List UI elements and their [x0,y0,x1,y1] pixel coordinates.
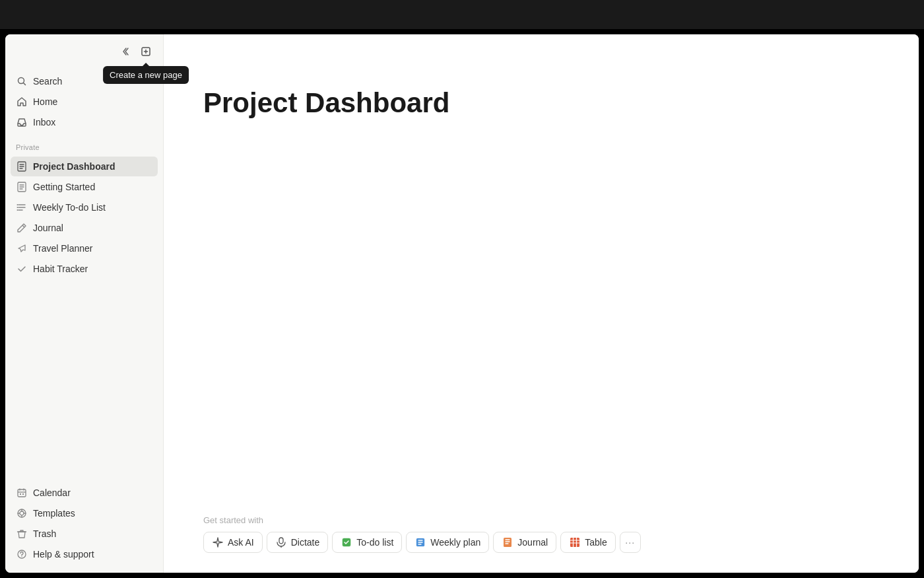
check-icon [16,263,28,275]
svg-point-11 [20,511,24,515]
sidebar-item-label-templates: Templates [33,508,75,519]
weekly-plan-label: Weekly plan [430,537,480,548]
sparkle-icon [212,536,224,548]
inbox-icon [16,116,28,128]
table-icon [569,536,581,548]
svg-rect-17 [504,538,512,547]
collapse-sidebar-button[interactable] [116,42,134,61]
home-icon [16,96,28,108]
sidebar-item-getting-started[interactable]: Getting Started [11,177,158,197]
get-started-label: Get started with [203,515,879,525]
section-private-label: Private [5,135,163,154]
sidebar-item-trash[interactable]: Trash [11,524,158,544]
sidebar: Create a new page Search [5,34,164,573]
sidebar-item-label-travel-planner: Travel Planner [33,243,93,254]
svg-rect-7 [18,489,26,497]
new-page-button[interactable] [137,42,155,61]
calendar-icon [16,487,28,499]
doc-icon-project [16,161,28,172]
bottom-toolbar-area: Get started with Ask AI [164,502,919,573]
sidebar-bottom: Calendar Templates [5,480,163,573]
sidebar-nav: Search Home [5,69,163,135]
main-area: Create a new page Search [5,34,919,573]
sidebar-item-travel-planner[interactable]: Travel Planner [11,238,158,258]
svg-point-5 [17,207,18,208]
search-icon [16,75,28,87]
more-icon: ··· [625,537,635,548]
table-button[interactable]: Table [560,532,615,553]
help-icon [16,548,28,560]
sidebar-item-templates[interactable]: Templates [11,503,158,523]
sidebar-item-label-journal: Journal [33,223,63,233]
ask-ai-label: Ask AI [228,537,254,548]
checkbox-icon [341,536,352,548]
svg-rect-8 [20,493,21,495]
quick-actions-bar: Ask AI Dictate [203,532,879,553]
svg-point-6 [17,209,18,211]
weekly-plan-icon [414,536,426,548]
page-body: Project Dashboard [164,34,919,502]
top-bar [0,0,924,29]
svg-rect-18 [570,538,579,547]
sidebar-item-label-search: Search [33,76,62,87]
svg-rect-14 [279,538,283,544]
weekly-plan-button[interactable]: Weekly plan [406,532,489,553]
app-container: Create a new page Search [0,0,924,578]
ask-ai-button[interactable]: Ask AI [203,532,263,553]
svg-rect-9 [22,493,24,495]
todo-list-label: To-do list [356,537,393,548]
svg-point-13 [21,556,22,557]
main-content: Project Dashboard Get started with Ask A… [164,34,919,573]
dictate-label: Dictate [291,537,320,548]
doc-icon-getting-started [16,181,28,193]
sidebar-item-label-inbox: Inbox [33,117,55,127]
sidebar-item-inbox[interactable]: Inbox [11,112,158,132]
sidebar-item-search[interactable]: Search [11,71,158,91]
sidebar-item-help[interactable]: Help & support [11,544,158,564]
mic-icon [275,536,287,548]
svg-point-4 [17,204,18,205]
plane-icon [16,242,28,254]
page-content-area[interactable] [203,132,879,476]
sidebar-item-home[interactable]: Home [11,92,158,112]
more-actions-button[interactable]: ··· [620,532,641,553]
sidebar-item-label-getting-started: Getting Started [33,182,95,192]
trash-icon [16,528,28,540]
templates-icon [16,507,28,519]
journal-label: Journal [517,537,548,548]
sidebar-item-label-project-dashboard: Project Dashboard [33,161,115,172]
dictate-button[interactable]: Dictate [267,532,329,553]
sidebar-top: Create a new page [5,34,163,69]
journal-orange-icon [502,536,513,548]
list-icon [16,201,28,213]
sidebar-item-project-dashboard[interactable]: Project Dashboard [11,157,158,176]
sidebar-item-label-weekly-todo: Weekly To-do List [33,202,106,213]
sidebar-item-calendar[interactable]: Calendar [11,483,158,503]
todo-list-button[interactable]: To-do list [332,532,402,553]
sidebar-item-habit-tracker[interactable]: Habit Tracker [11,259,158,279]
pencil-icon [16,222,28,234]
new-page-tooltip-wrapper: Create a new page [137,42,155,61]
sidebar-item-weekly-todo[interactable]: Weekly To-do List [11,198,158,217]
page-title: Project Dashboard [203,87,879,119]
sidebar-item-label-calendar: Calendar [33,488,71,498]
journal-button[interactable]: Journal [493,532,556,553]
sidebar-item-label-trash: Trash [33,528,56,539]
sidebar-pages-nav: Project Dashboard Getting Started [5,154,163,282]
sidebar-item-label-home: Home [33,96,57,107]
sidebar-item-label-help: Help & support [33,549,94,560]
sidebar-item-label-habit-tracker: Habit Tracker [33,264,88,274]
sidebar-item-journal[interactable]: Journal [11,218,158,238]
table-label: Table [585,537,607,548]
